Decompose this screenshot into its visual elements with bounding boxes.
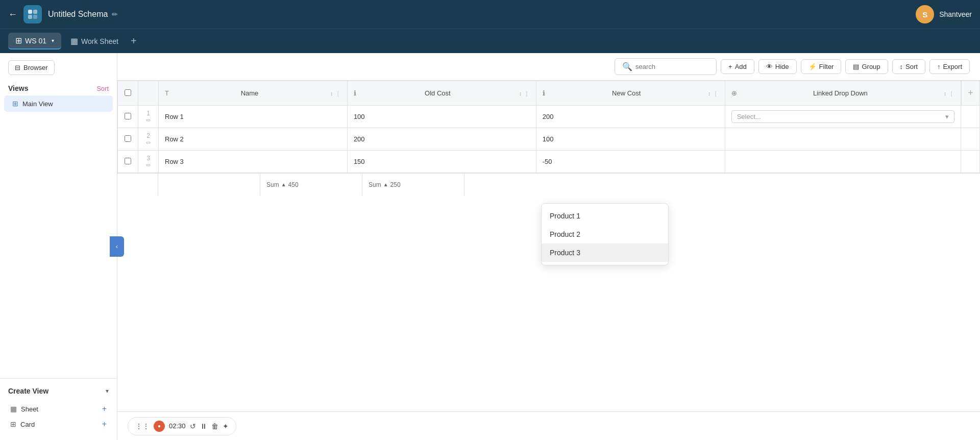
name-header[interactable]: T Name ↕ | [159,81,348,106]
create-view-chevron[interactable]: ▾ [106,387,109,395]
add-sheet-button[interactable]: + [102,404,107,413]
create-view-header: Create View ▾ [8,387,109,395]
new-cost-col-resize[interactable]: | [713,89,718,97]
row-edit-icon[interactable]: ✏ [146,139,151,146]
pause-button[interactable]: ⏸ [200,422,207,430]
table-row: 3 ✏Row 3150-50 [118,151,980,173]
hide-button[interactable]: 👁 Hide [758,59,797,74]
views-label: Views [8,84,28,92]
search-box[interactable]: 🔍 [615,58,717,75]
option-2-label: Product 2 [550,230,580,238]
old-cost-footer: Sum ▲ 450 [260,174,362,195]
main-content: ⊟ Browser Views Sort ⊞ Main View Create … [0,53,980,440]
back-button[interactable]: ← [8,9,17,20]
dropdown-option-3[interactable]: Product 3 [542,243,668,262]
export-icon: ↑ [937,63,941,70]
row-3-checkbox[interactable] [125,158,131,164]
row-2-checkbox[interactable] [125,135,131,142]
name-col-icon: T [165,89,169,97]
name-col-resize[interactable]: | [335,89,340,97]
row-number-1: 1 ✏ [138,106,159,128]
timer-display: 02:30 [169,422,186,430]
browser-button[interactable]: ⊟ Browser [8,60,55,75]
app-title: Untitled Schema ✏ [48,10,118,19]
edit-title-icon[interactable]: ✏ [112,10,118,18]
dropdown-trigger-row1[interactable]: Select... ▾ [731,110,954,123]
linked-col-icon: ⊕ [731,89,737,97]
magic-button[interactable]: ✦ [223,422,229,430]
tab-ws01-label: WS 01 [25,37,46,45]
navbar-right: S Shantveer [916,5,972,23]
row-old-cost-3[interactable]: 150 [347,151,536,173]
card-icon: ⊞ [10,420,16,428]
browser-label: Browser [23,64,48,71]
linked-dropdown-header[interactable]: ⊕ Linked Drop Down ↕ | [725,81,961,106]
add-label: Add [735,63,747,70]
export-label: Export [943,63,962,70]
old-cost-sort-icon[interactable]: ↕ [519,90,522,96]
record-button[interactable]: ● [154,421,165,432]
row-1-checkbox[interactable] [125,113,131,119]
tab-ws01-chevron[interactable]: ▾ [52,38,54,43]
add-button[interactable]: + Add [721,59,754,74]
row-name-1[interactable]: Row 1 [159,106,348,128]
row-new-cost-3[interactable]: -50 [536,151,725,173]
sidebar-bottom: Create View ▾ ▦ Sheet + ⊞ Card + [0,378,117,440]
undo-button[interactable]: ↺ [190,422,196,430]
export-button[interactable]: ↑ Export [929,59,970,74]
row-linked-1[interactable]: Select... ▾ [725,106,961,128]
svg-rect-3 [33,15,37,19]
row-linked-3[interactable] [725,151,961,173]
old-cost-sum-value: 450 [288,181,299,188]
row-checkbox-1 [118,106,138,128]
tab-ws01[interactable]: ⊞ WS 01 ▾ [8,33,61,50]
navbar-left: ← Untitled Schema ✏ [8,5,118,23]
old-cost-header[interactable]: ℹ Old Cost ↕ | [347,81,536,106]
row-old-cost-2[interactable]: 200 [347,128,536,151]
group-button[interactable]: ▤ Group [845,59,888,74]
new-cost-sort-icon[interactable]: ↕ [708,90,711,96]
view-type-card[interactable]: ⊞ Card + [8,417,109,432]
row-new-cost-2[interactable]: 100 [536,128,725,151]
old-cost-col-label: Old Cost [358,89,517,97]
svg-rect-2 [28,15,32,19]
views-sort-button[interactable]: Sort [96,85,109,92]
name-sort-icon[interactable]: ↕ [330,90,333,96]
tab-ws01-icon: ⊞ [15,36,22,45]
new-cost-sum-value: 250 [390,181,401,188]
add-card-button[interactable]: + [102,420,107,429]
group-icon: ▤ [853,63,859,70]
sort-button[interactable]: ↕ Sort [892,59,925,74]
main-view-item[interactable]: ⊞ Main View [4,95,113,112]
table-footer: Sum ▲ 450 Sum ▲ 250 [117,173,980,195]
dropdown-option-2[interactable]: Product 2 [542,225,668,243]
row-edit-icon[interactable]: ✏ [146,117,151,124]
row-edit-icon[interactable]: ✏ [146,162,151,169]
old-cost-col-resize[interactable]: | [524,89,529,97]
filter-button[interactable]: ⚡ Filter [801,59,842,74]
tab-worksheet-label: Work Sheet [81,37,118,45]
row-new-cost-1[interactable]: 200 [536,106,725,128]
linked-col-resize[interactable]: | [949,89,954,97]
delete-button[interactable]: 🗑 [211,422,218,430]
dropdown-option-1[interactable]: Product 1 [542,207,668,225]
sidebar-collapse-button[interactable]: ‹ [110,236,124,257]
avatar: S [916,5,934,23]
views-header: Views Sort [0,79,117,95]
row-old-cost-1[interactable]: 100 [347,106,536,128]
sheet-label: Sheet [21,405,38,413]
drag-handle-button[interactable]: ⋮⋮ [135,422,150,430]
add-col-header[interactable]: + [961,81,980,106]
select-all-checkbox[interactable] [125,89,131,96]
tab-worksheet[interactable]: ▦ Work Sheet [63,33,126,49]
row-name-3[interactable]: Row 3 [159,151,348,173]
add-column-button[interactable]: + [961,81,979,105]
search-input[interactable] [635,63,709,70]
view-type-sheet[interactable]: ▦ Sheet + [8,401,109,417]
linked-sort-icon[interactable]: ↕ [944,90,947,96]
new-cost-header[interactable]: ℹ New Cost ↕ | [536,81,725,106]
card-label: Card [20,421,35,428]
row-name-2[interactable]: Row 2 [159,128,348,151]
add-tab-button[interactable]: + [126,33,142,49]
row-linked-2[interactable] [725,128,961,151]
